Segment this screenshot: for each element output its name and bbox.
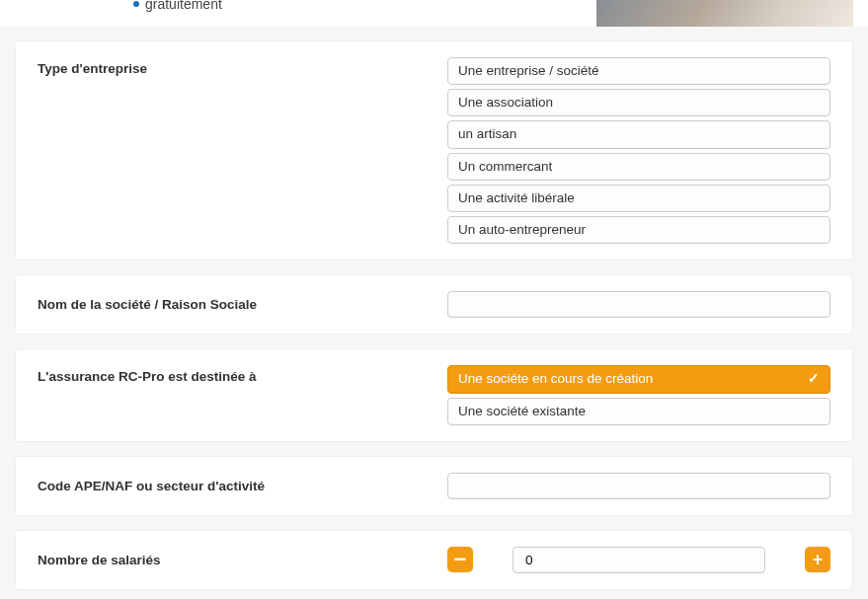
label-nombre-salaries: Nombre de salariés: [38, 553, 447, 567]
option-destinee-existante[interactable]: Une société existante: [447, 398, 830, 425]
option-destinee-creation[interactable]: Une sociéte en cours de création: [447, 365, 830, 393]
label-code-ape: Code APE/NAF ou secteur d'activité: [38, 479, 447, 493]
question-nombre-salaries: Nombre de salariés − +: [15, 530, 853, 590]
label-type-entreprise: Type d'entreprise: [38, 57, 447, 76]
hero-bullet-line: gratuitement: [133, 0, 222, 12]
question-destinee-a: L'assurance RC-Pro est destinée à Une so…: [15, 348, 853, 441]
label-destinee-a: L'assurance RC-Pro est destinée à: [38, 365, 447, 384]
hero-bullet-text: gratuitement: [145, 0, 222, 12]
option-type-autoentrepreneur[interactable]: Un auto-entrepreneur: [447, 216, 830, 244]
option-type-artisan[interactable]: un artisan: [447, 120, 830, 148]
option-type-commercant[interactable]: Un commercant: [447, 153, 830, 181]
stepper-plus-button[interactable]: +: [805, 547, 830, 572]
input-code-ape[interactable]: [447, 473, 830, 499]
input-nombre-salaries[interactable]: [513, 547, 765, 573]
input-nom-societe[interactable]: [447, 291, 830, 318]
option-type-liberale[interactable]: Une activité libérale: [447, 185, 830, 212]
option-type-association[interactable]: Une association: [447, 89, 830, 116]
bullet-icon: [133, 1, 139, 7]
hero-banner: gratuitement: [0, 0, 868, 27]
option-type-entreprise[interactable]: Une entreprise / société: [447, 57, 830, 85]
hero-image: [596, 0, 853, 27]
question-type-entreprise: Type d'entreprise Une entreprise / socié…: [15, 40, 853, 261]
label-nom-societe: Nom de la société / Raison Sociale: [38, 297, 447, 312]
stepper-minus-button[interactable]: −: [447, 547, 473, 572]
question-nom-societe: Nom de la société / Raison Sociale: [15, 274, 853, 335]
question-code-ape: Code APE/NAF ou secteur d'activité: [15, 456, 853, 516]
